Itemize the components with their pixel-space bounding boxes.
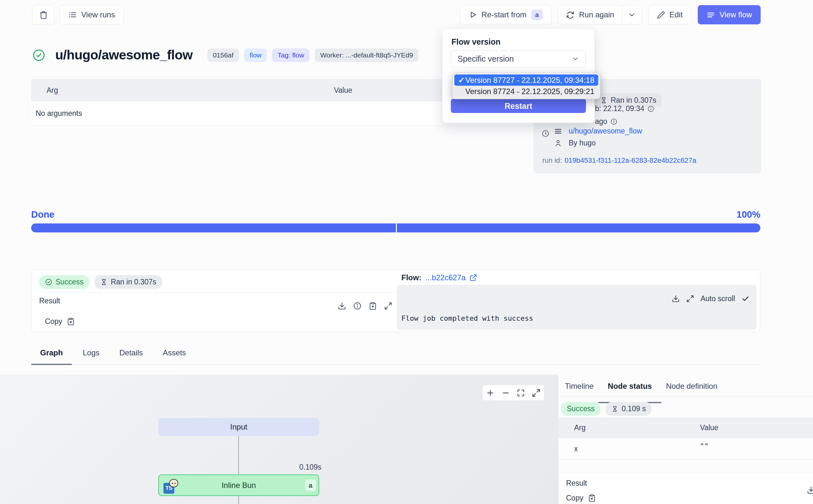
expand-icon[interactable] bbox=[686, 295, 694, 303]
job-date-text: b: 22.12, 09:34 bbox=[595, 104, 644, 113]
ran-in-label: Ran in 0.307s bbox=[611, 96, 656, 105]
version-option[interactable]: Version 87724 - 22.12.2025, 09:29:21 bbox=[454, 86, 598, 97]
node-args-table-header: Arg Value bbox=[559, 417, 813, 438]
clipboard-icon bbox=[588, 494, 596, 502]
bun-node-label: Inline Bun bbox=[222, 481, 256, 490]
result-label: Result bbox=[39, 297, 60, 305]
run-again-button[interactable]: Run again bbox=[558, 5, 622, 24]
progress-step-divider bbox=[396, 223, 397, 232]
worker-badge: Worker: ...-default-ft8q5-JYEd9 bbox=[315, 48, 418, 62]
edit-button[interactable]: Edit bbox=[648, 5, 691, 24]
version-select[interactable]: Specific version bbox=[451, 50, 586, 67]
list-icon bbox=[68, 11, 77, 19]
graph-node-inline-bun[interactable]: TS Inline Bun a bbox=[158, 474, 319, 496]
graph-zoom-controls bbox=[483, 385, 544, 400]
job-date-line: b: 22.12, 09:34 bbox=[595, 104, 654, 113]
fit-view-icon[interactable] bbox=[516, 388, 525, 397]
bun-icon bbox=[169, 479, 178, 487]
arg-name: x bbox=[559, 445, 578, 453]
delete-run-button[interactable] bbox=[32, 5, 55, 24]
run-id-link[interactable]: 019b4531-f311-112a-6283-82e4b22c627a bbox=[564, 156, 696, 164]
auto-scroll-label[interactable]: Auto scroll bbox=[701, 294, 735, 303]
run-author-text: By hugo bbox=[569, 139, 596, 147]
check-icon: ✓ bbox=[458, 76, 465, 85]
view-flow-button[interactable]: View flow bbox=[698, 5, 761, 24]
success-check-icon bbox=[32, 48, 46, 62]
node-result-section: Result Copy bbox=[559, 473, 813, 504]
tab-node-status[interactable]: Node status bbox=[608, 382, 652, 396]
zoom-in-icon[interactable] bbox=[486, 388, 495, 397]
clock-icon bbox=[542, 130, 549, 137]
view-runs-label: View runs bbox=[81, 10, 115, 19]
tab-node-definition[interactable]: Node definition bbox=[666, 382, 717, 396]
tab-timeline[interactable]: Timeline bbox=[565, 382, 594, 396]
download-icon[interactable] bbox=[338, 302, 346, 310]
trash-icon bbox=[39, 11, 48, 19]
pencil-icon bbox=[657, 11, 665, 19]
restart-button[interactable]: Restart bbox=[451, 99, 586, 113]
zoom-out-icon[interactable] bbox=[501, 388, 510, 397]
hourglass-icon bbox=[100, 278, 108, 286]
input-node-label: Input bbox=[230, 422, 247, 431]
success-badge: Success bbox=[39, 275, 89, 289]
hourglass-icon bbox=[600, 97, 608, 104]
graph-node-input[interactable]: Input bbox=[158, 418, 319, 436]
external-link-icon[interactable] bbox=[469, 274, 477, 282]
toolbar-right: Re-start from a Run again Edit View flow bbox=[460, 5, 761, 24]
restart-from-button[interactable]: Re-start from a bbox=[460, 5, 552, 24]
node-status-panel: Timeline Node status Node definition Suc… bbox=[558, 375, 813, 504]
tab-details[interactable]: Details bbox=[119, 348, 143, 364]
tab-logs[interactable]: Logs bbox=[83, 348, 100, 364]
copy-node-result-button[interactable]: Copy bbox=[566, 494, 596, 502]
expand-graph-icon[interactable] bbox=[532, 388, 541, 397]
clipboard-icon[interactable] bbox=[369, 302, 377, 310]
commit-badge: 0156af bbox=[207, 48, 239, 62]
node-success-label: Success bbox=[567, 404, 595, 413]
info-icon[interactable] bbox=[353, 302, 362, 310]
flow-path-line: u/hugo/awesome_flow bbox=[554, 127, 642, 135]
info-icon[interactable] bbox=[610, 118, 617, 125]
node-arg-row: x "" bbox=[559, 438, 813, 460]
version-dropdown-menu: ✓ Version 87727 - 22.12.2025, 09:34:18 V… bbox=[452, 72, 600, 99]
node-id-badge: a bbox=[305, 480, 316, 491]
expand-icon[interactable] bbox=[384, 302, 392, 310]
run-author-line: By hugo bbox=[554, 139, 596, 147]
version-option-label: Version 87724 - 22.12.2025, 09:29:21 bbox=[465, 87, 594, 96]
version-option-selected[interactable]: ✓ Version 87727 - 22.12.2025, 09:34:18 bbox=[454, 74, 598, 86]
run-id-row: run id:019b4531-f311-112a-6283-82e4b22c6… bbox=[542, 156, 696, 165]
version-option-label: Version 87727 - 22.12.2025, 09:34:18 bbox=[465, 76, 594, 85]
progress-bar bbox=[31, 223, 760, 232]
person-icon bbox=[554, 139, 562, 147]
copy-result-button[interactable]: Copy bbox=[45, 317, 397, 326]
tab-assets[interactable]: Assets bbox=[163, 348, 186, 364]
version-select-value: Specific version bbox=[458, 54, 514, 64]
copy-label: Copy bbox=[566, 494, 583, 502]
arg-column-header: Arg bbox=[559, 423, 586, 432]
value-column-header: Value bbox=[334, 86, 352, 95]
log-toolbar: Auto scroll bbox=[672, 294, 749, 303]
run-again-dropdown-button[interactable] bbox=[622, 5, 642, 24]
graph-edge bbox=[238, 496, 239, 504]
download-icon[interactable] bbox=[672, 295, 680, 303]
tab-graph[interactable]: Graph bbox=[40, 348, 63, 364]
time-ago-line: ago bbox=[595, 117, 617, 126]
graph-edge bbox=[238, 436, 239, 474]
flow-id-link[interactable]: ...b22c627a bbox=[425, 273, 466, 282]
typescript-bun-icon: TS bbox=[163, 480, 178, 494]
node-duration-label: 0.109s bbox=[299, 463, 321, 472]
info-icon[interactable] bbox=[647, 105, 654, 112]
hourglass-icon bbox=[611, 405, 618, 413]
progress-percent: 100% bbox=[737, 209, 760, 220]
flow-version-label: Flow version bbox=[451, 37, 501, 47]
ran-in-badge: Ran in 0.307s bbox=[94, 275, 162, 289]
download-icon[interactable] bbox=[807, 486, 813, 494]
play-icon bbox=[469, 11, 477, 19]
flow-graph-canvas[interactable]: Input 0.109s TS Inline Bun a bbox=[0, 375, 558, 504]
flow-link-row: Flow: ...b22c627a bbox=[401, 273, 477, 282]
flow-path-link[interactable]: u/hugo/awesome_flow bbox=[569, 127, 642, 135]
toolbar-left: View runs bbox=[32, 5, 124, 24]
view-runs-button[interactable]: View runs bbox=[60, 5, 124, 24]
progress-labels: Done 100% bbox=[31, 209, 760, 220]
duration-badge: 0.109 s bbox=[606, 402, 651, 416]
checkmark-icon[interactable] bbox=[741, 295, 749, 303]
